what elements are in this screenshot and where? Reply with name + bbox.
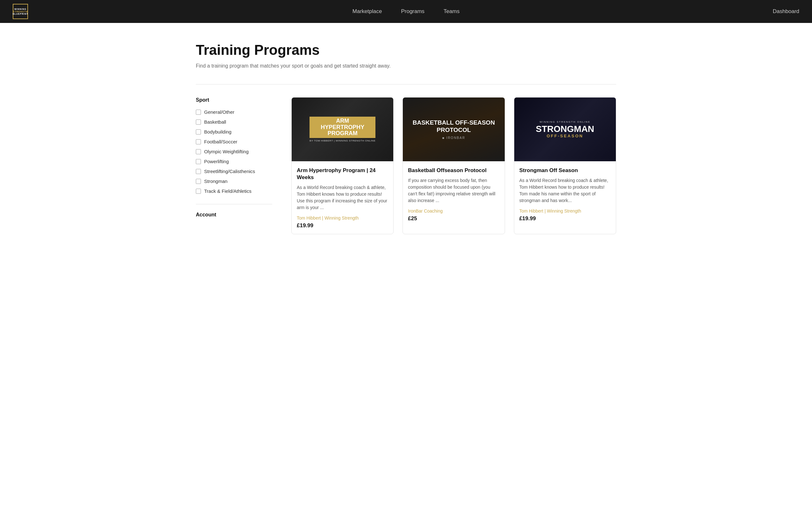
product-card-basketball[interactable]: BASKETBALL OFF-SEASON PROTOCOL ■ IRONBAR… (402, 97, 505, 234)
main-layout: Sport General/Other Basketball Bodybuild… (196, 97, 616, 234)
sport-filter-title: Sport (196, 97, 272, 103)
logo-box: WINNING STRENGTH BLUEPRINT (13, 4, 28, 19)
checkbox-olympic[interactable] (196, 149, 201, 154)
product-card-strongman[interactable]: WINNING STRENGTH ONLINE STRONGMAN OFF-SE… (514, 97, 616, 234)
label-basketball: Basketball (204, 119, 226, 125)
strongman-card-subtitle: OFF-SEASON (536, 133, 594, 138)
strongman-card-title: STRONGMAN (536, 125, 594, 133)
arm-product-info: Arm Hypertrophy Program | 24 Weeks As a … (292, 161, 393, 234)
checkbox-track[interactable] (196, 189, 201, 194)
filter-basketball[interactable]: Basketball (196, 119, 272, 125)
page-title: Training Programs (196, 42, 616, 58)
nav-right: Dashboard (773, 8, 799, 15)
basketball-product-name: Basketball Offseason Protocol (408, 167, 499, 174)
label-general: General/Other (204, 109, 234, 115)
strongman-card-overlay: WINNING STRENGTH ONLINE STRONGMAN OFF-SE… (536, 121, 594, 138)
label-olympic: Olympic Weightlifting (204, 149, 249, 154)
dashboard-link[interactable]: Dashboard (773, 8, 799, 14)
arm-product-price: £19.99 (297, 222, 388, 229)
basketball-brand: ■ IRONBAR (408, 136, 499, 139)
nav-programs[interactable]: Programs (401, 8, 425, 15)
logo-text-blueprint: BLUEPRINT (12, 13, 28, 15)
label-track: Track & Field/Athletics (204, 188, 251, 194)
nav-links: Marketplace Programs Teams (352, 8, 460, 15)
checkbox-streetlifting[interactable] (196, 169, 201, 174)
account-section-title: Account (196, 212, 272, 218)
strongman-product-name: Strongman Off Season (519, 167, 611, 174)
basketball-product-info: Basketball Offseason Protocol If you are… (403, 161, 505, 227)
nav-marketplace[interactable]: Marketplace (352, 8, 382, 15)
basketball-title: BASKETBALL OFF-SEASON PROTOCOL (408, 119, 499, 134)
arm-product-author[interactable]: Tom Hibbert | Winning Strength (297, 215, 388, 220)
checkbox-general[interactable] (196, 110, 201, 115)
arm-card-overlay: ARM HYPERTROPHY PROGRAM BY TOM HIBBERT |… (309, 117, 375, 142)
arm-card-subtitle: BY TOM HIBBERT | WINNING STRENGTH ONLINE (309, 139, 375, 142)
nav-teams[interactable]: Teams (443, 8, 460, 15)
sidebar: Sport General/Other Basketball Bodybuild… (196, 97, 272, 234)
label-strongman: Strongman (204, 178, 227, 184)
arm-product-name: Arm Hypertrophy Program | 24 Weeks (297, 167, 388, 181)
filter-track[interactable]: Track & Field/Athletics (196, 188, 272, 194)
checkbox-football[interactable] (196, 139, 201, 144)
arm-title-1: ARM (313, 118, 372, 124)
arm-title-3: PROGRAM (313, 130, 372, 137)
label-powerlifting: Powerlifting (204, 159, 229, 164)
logo-text-strength: STRENGTH (13, 10, 28, 13)
logo[interactable]: WINNING STRENGTH BLUEPRINT (13, 4, 28, 19)
products-grid: ARM HYPERTROPHY PROGRAM BY TOM HIBBERT |… (291, 97, 616, 234)
navbar: WINNING STRENGTH BLUEPRINT Marketplace P… (0, 0, 812, 23)
basketball-product-price: £25 (408, 215, 499, 222)
basketball-card-overlay: BASKETBALL OFF-SEASON PROTOCOL ■ IRONBAR (403, 119, 505, 140)
product-image-arm: ARM HYPERTROPHY PROGRAM BY TOM HIBBERT |… (292, 97, 393, 161)
filter-streetlifting[interactable]: Streetlifting/Calisthenics (196, 169, 272, 174)
logo-text-winning: WINNING (14, 8, 27, 10)
label-streetlifting: Streetlifting/Calisthenics (204, 169, 255, 174)
label-football: Football/Soccer (204, 139, 237, 144)
product-image-basketball: BASKETBALL OFF-SEASON PROTOCOL ■ IRONBAR (403, 97, 505, 161)
arm-title-2: HYPERTROPHY (313, 124, 372, 131)
filter-strongman[interactable]: Strongman (196, 178, 272, 184)
label-bodybuilding: Bodybuilding (204, 129, 232, 134)
filter-powerlifting[interactable]: Powerlifting (196, 159, 272, 164)
sidebar-divider (196, 204, 272, 204)
filter-bodybuilding[interactable]: Bodybuilding (196, 129, 272, 134)
checkbox-strongman[interactable] (196, 179, 201, 184)
basketball-product-desc: If you are carrying excess body fat, the… (408, 177, 499, 204)
filter-football[interactable]: Football/Soccer (196, 139, 272, 144)
strongman-product-info: Strongman Off Season As a World Record b… (514, 161, 616, 227)
product-image-strongman: WINNING STRENGTH ONLINE STRONGMAN OFF-SE… (514, 97, 616, 161)
strongman-card-brand: WINNING STRENGTH ONLINE (536, 121, 594, 123)
checkbox-powerlifting[interactable] (196, 159, 201, 164)
sport-filter-list: General/Other Basketball Bodybuilding Fo… (196, 109, 272, 194)
strongman-product-price: £19.99 (519, 215, 611, 222)
section-divider (196, 84, 616, 84)
checkbox-basketball[interactable] (196, 120, 201, 125)
page-subtitle: Find a training program that matches you… (196, 63, 616, 69)
filter-general[interactable]: General/Other (196, 109, 272, 115)
product-card-arm[interactable]: ARM HYPERTROPHY PROGRAM BY TOM HIBBERT |… (291, 97, 394, 234)
strongman-product-author[interactable]: Tom Hibbert | Winning Strength (519, 208, 611, 214)
basketball-product-author[interactable]: IronBar Coaching (408, 208, 499, 214)
strongman-product-desc: As a World Record breaking coach & athle… (519, 177, 611, 204)
checkbox-bodybuilding[interactable] (196, 129, 201, 134)
arm-product-desc: As a World Record breaking coach & athle… (297, 184, 388, 211)
page-content: Training Programs Find a training progra… (183, 23, 629, 247)
filter-olympic[interactable]: Olympic Weightlifting (196, 149, 272, 154)
